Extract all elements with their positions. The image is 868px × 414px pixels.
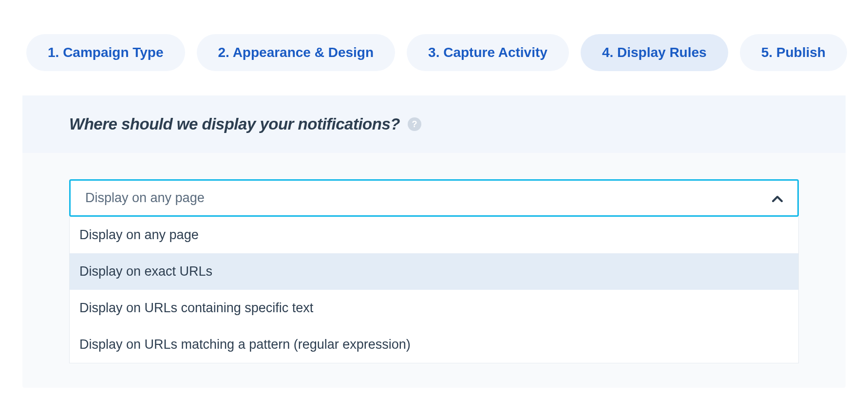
- display-rule-select[interactable]: Display on any page: [69, 179, 799, 217]
- display-rules-panel: Where should we display your notificatio…: [22, 95, 846, 388]
- option-urls-matching-pattern[interactable]: Display on URLs matching a pattern (regu…: [70, 326, 798, 363]
- select-value: Display on any page: [85, 190, 205, 206]
- option-urls-containing-text[interactable]: Display on URLs containing specific text: [70, 290, 798, 326]
- step-appearance-design[interactable]: 2. Appearance & Design: [197, 34, 396, 71]
- display-rule-select-wrapper: Display on any page: [22, 153, 846, 217]
- option-any-page[interactable]: Display on any page: [70, 217, 798, 253]
- step-publish[interactable]: 5. Publish: [740, 34, 847, 71]
- help-icon[interactable]: ?: [408, 117, 421, 131]
- option-exact-urls[interactable]: Display on exact URLs: [70, 253, 798, 290]
- chevron-up-icon: [772, 191, 783, 205]
- step-capture-activity[interactable]: 3. Capture Activity: [407, 34, 569, 71]
- panel-title: Where should we display your notificatio…: [69, 115, 400, 133]
- step-campaign-type[interactable]: 1. Campaign Type: [26, 34, 185, 71]
- display-rule-dropdown: Display on any page Display on exact URL…: [69, 217, 799, 363]
- step-display-rules[interactable]: 4. Display Rules: [581, 34, 728, 71]
- steps-nav: 1. Campaign Type 2. Appearance & Design …: [19, 34, 849, 71]
- panel-header: Where should we display your notificatio…: [22, 95, 846, 153]
